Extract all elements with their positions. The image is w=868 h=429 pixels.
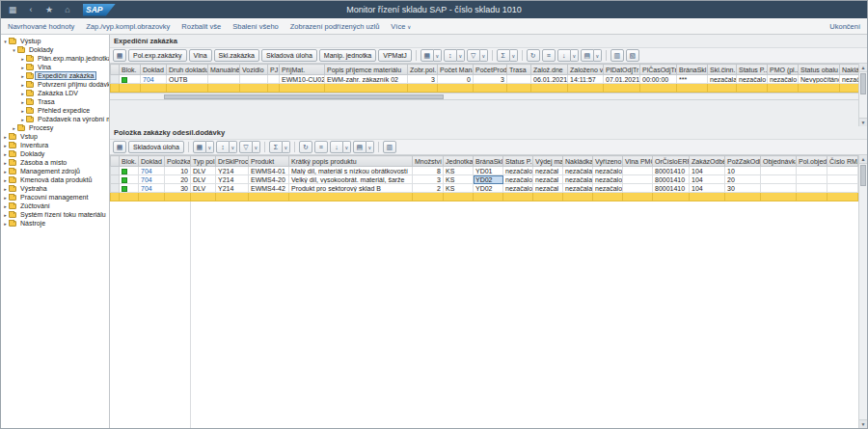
cell[interactable]: EWM10-CU02 [280,75,325,84]
expand-arrow-icon[interactable]: ▸ [2,177,9,183]
cell[interactable]: Produkt pro sektorový sklad B [289,184,413,193]
cell[interactable]: EWMS4-42 [249,184,289,193]
cell[interactable] [797,167,827,175]
expand-arrow-icon[interactable]: ▸ [2,203,9,209]
cell[interactable]: EWMS4-01 [249,167,289,175]
cell[interactable] [120,184,139,193]
tree-item-zuctovani[interactable]: ▸Zúčtování [1,201,109,210]
scroll-up-icon[interactable]: ▲ [859,64,867,72]
vertical-scrollbar-thumb[interactable] [860,165,866,186]
column-header-status-obalu[interactable]: Status obalu [799,65,840,75]
tree-item-trasa[interactable]: ▸Trasa [1,97,109,106]
tree-item-expedicni-zakazka[interactable]: ▸Expediční zakázka [1,71,109,80]
column-header-druh-dokladu[interactable]: Druh dokladu [167,65,208,75]
cell[interactable] [827,184,858,193]
cell[interactable]: YD01 [474,167,503,175]
choose-layout-icon[interactable]: ▦ [193,141,206,153]
vertical-scrollbar-thumb[interactable] [860,73,866,94]
cell[interactable]: 06.01.2021 [531,75,568,84]
row-selector[interactable] [111,75,120,84]
cell[interactable]: Velký díl, vysokoobrát. materiál, šarže [289,175,413,184]
cell[interactable]: nezačala [708,75,737,84]
expand-arrow-icon[interactable]: ▸ [19,108,26,114]
column-header-prijmat[interactable]: PříjMat. [280,65,325,75]
button-vpmatj[interactable]: VPMatJ [378,49,412,62]
export-dropdown-icon[interactable]: ∨ [571,49,579,62]
cell[interactable] [623,167,653,175]
cell[interactable] [268,75,280,84]
cell[interactable] [761,184,797,193]
expand-arrow-icon[interactable]: ▸ [2,160,9,166]
refresh-icon[interactable]: ↻ [299,141,312,153]
home-icon[interactable]: ⌂ [60,3,75,16]
cell[interactable]: Y214 [216,184,249,193]
column-header-zobr-pol[interactable]: Zobr.pol. [408,65,438,75]
details-icon[interactable]: ≡ [314,141,328,153]
cell[interactable]: DLV [191,184,216,193]
cell[interactable]: 80001410 [653,167,690,175]
cell[interactable]: Nevypočítáno [799,75,840,84]
column-header-mnozstvi[interactable]: Množství [413,156,444,167]
column-header-vozidlo[interactable]: Vozidlo [240,65,268,75]
tree-item-doklady[interactable]: ▸Doklady [1,149,109,158]
menu-item-collapse-all[interactable]: Sbalení všeho [232,22,279,31]
cell[interactable]: 104 [690,167,725,175]
vertical-scrollbar[interactable]: ▲ ▼ [858,64,867,126]
tree-item-zasoba-a-misto[interactable]: ▸Zásoba a místo [1,158,109,167]
expand-arrow-icon[interactable]: ▸ [2,212,9,218]
choose-layout-dropdown-icon[interactable]: ∨ [434,49,442,62]
cell[interactable]: 10 [165,167,191,175]
cell[interactable]: 3 [413,175,444,184]
cell[interactable]: 20 [165,175,191,184]
tree-item-inventura[interactable]: ▸Inventura [1,141,109,149]
total-icon[interactable]: Σ [497,49,510,62]
cell[interactable]: *** [677,75,708,84]
choose-layout-icon[interactable]: ▦ [420,49,434,62]
cell[interactable]: 104 [690,184,725,193]
cell[interactable]: 2 [413,184,444,193]
button-skl-zakazka[interactable]: Skl.zakázka [214,49,259,62]
tree-item-nastroje[interactable]: ▸Nástroje [1,219,109,228]
tree-item-pozadavek-na-vyrobni-material[interactable]: ▸Požadavek na výrobní materiál [1,115,109,123]
cell[interactable] [507,75,531,84]
cell[interactable]: 104 [690,175,725,184]
cell[interactable]: nezačal [533,175,563,184]
tree-item-doklady[interactable]: ▾Doklady [1,45,109,54]
scroll-down-icon[interactable]: ▼ [859,419,867,428]
row-selector[interactable] [111,167,120,175]
expand-arrow-icon[interactable]: ▸ [19,82,26,88]
cell[interactable]: 30 [725,184,761,193]
filter-dropdown-icon[interactable]: ∨ [480,49,488,62]
cell[interactable]: nezačala [563,184,593,193]
column-header-branaskl[interactable]: BránaSkl [677,65,708,75]
row-selector[interactable] [111,184,120,193]
column-header-pj[interactable]: PJ [268,65,280,75]
cell[interactable] [827,167,858,175]
cell[interactable]: nezačalo [593,184,623,193]
column-header-branaskl[interactable]: BránaSkl [474,156,503,167]
cell[interactable]: nezačala [840,75,859,84]
tree-item-plan-exp-manip-jednotka[interactable]: ▸Plán.exp.manip.jednotka [1,54,109,63]
column-header-skl-cinn[interactable]: Skl.činn. [708,65,737,75]
choose-layout-dropdown-icon[interactable]: ∨ [206,141,214,153]
cell[interactable]: nezačalo [768,75,799,84]
tree-item-system-rizeni-toku-materialu[interactable]: ▸Systém řízení toku materiálu [1,210,109,219]
data-row[interactable]: 70420DLVY214EWMS4-20Velký díl, vysokoobr… [111,175,858,184]
expand-arrow-icon[interactable]: ▸ [19,91,26,96]
column-header-status-p[interactable]: Status P... [503,156,533,167]
column-header-kratky-popis-produktu[interactable]: Krátký popis produktu [289,156,413,167]
column-header-doklad[interactable]: Doklad [139,156,165,167]
tree-item-vlna[interactable]: ▸Vlna [1,63,109,71]
data-row[interactable]: 704OUTBEWM10-CU02EWM-zahr. zákazník 0230… [111,75,859,84]
total-icon[interactable]: Σ [269,141,283,153]
cell[interactable]: DLV [191,167,216,175]
cell[interactable]: Malý díl, materiál s nízkou obrátkovostí [289,167,413,175]
tree-item-vstup[interactable]: ▸Vstup [1,132,109,141]
expand-arrow-icon[interactable]: ▸ [19,99,26,105]
cell[interactable]: KS [444,184,474,193]
document-link[interactable]: 704 [139,175,165,184]
views-dropdown-icon[interactable]: ∨ [594,49,602,62]
grid-menu-icon[interactable]: ▦ [5,3,20,16]
document-link[interactable]: 704 [139,184,165,193]
column-header-typ-pol[interactable]: Typ pol. [191,156,216,167]
